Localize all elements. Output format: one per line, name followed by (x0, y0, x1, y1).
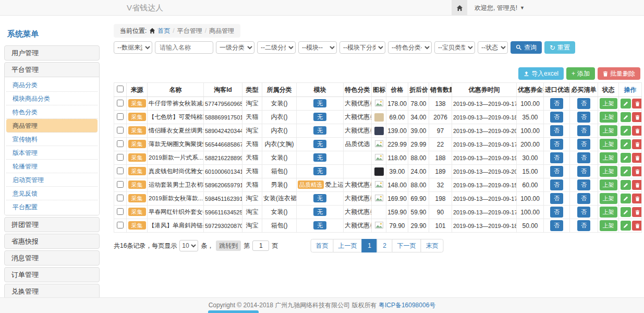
sidebar-item[interactable]: 商品分类 (6, 78, 98, 92)
must-buy-toggle[interactable]: 否 (577, 98, 590, 109)
filter-category-level2[interactable]: --二级分类-- (257, 41, 296, 54)
imported-toggle[interactable]: 否 (550, 179, 563, 190)
sidebar-group[interactable]: 拼团管理 (5, 218, 99, 232)
user-menu[interactable]: 欢迎您, 管理员! ▼ (475, 4, 525, 13)
sidebar-group[interactable]: 订单管理 (5, 268, 99, 282)
must-buy-toggle[interactable]: 否 (577, 166, 590, 177)
status-badge[interactable]: 上架 (600, 125, 617, 136)
product-name-input[interactable] (155, 41, 213, 54)
page-button-2[interactable]: 2 (377, 239, 393, 252)
delete-button[interactable] (632, 194, 642, 203)
sidebar-item[interactable]: 意见反馈 (6, 187, 98, 200)
add-button[interactable]: + 添加 (566, 67, 595, 80)
status-badge[interactable]: 上架 (600, 98, 617, 109)
must-buy-toggle[interactable]: 否 (577, 220, 590, 231)
sidebar-item[interactable]: 商品管理 (6, 119, 98, 133)
delete-button[interactable] (632, 139, 642, 149)
status-badge[interactable]: 上架 (600, 139, 617, 150)
delete-button[interactable] (632, 180, 642, 190)
delete-button[interactable] (632, 207, 642, 217)
row-checkbox[interactable] (117, 195, 124, 201)
imported-toggle[interactable]: 否 (550, 207, 563, 218)
sidebar-group[interactable]: 用户管理 (5, 46, 99, 60)
imported-toggle[interactable]: 否 (550, 125, 563, 136)
prev-page-button[interactable]: 上一页 (333, 239, 362, 252)
jump-page-input[interactable] (252, 240, 269, 251)
row-checkbox[interactable] (117, 181, 124, 188)
row-checkbox[interactable] (117, 140, 124, 147)
must-buy-toggle[interactable]: 否 (577, 139, 590, 150)
status-badge[interactable]: 上架 (600, 166, 617, 177)
delete-button[interactable] (632, 166, 642, 176)
filter-module-sub[interactable]: --模块下分类-- (339, 41, 385, 54)
per-page-select[interactable]: 10 (179, 240, 198, 251)
filter-module[interactable]: --模块-- (298, 41, 337, 54)
must-buy-toggle[interactable]: 否 (577, 152, 590, 163)
select-all-checkbox[interactable] (117, 86, 124, 92)
batch-delete-button[interactable]: 批量删除 (598, 67, 640, 80)
imported-toggle[interactable]: 否 (550, 112, 563, 123)
page-button-1[interactable]: 1 (362, 239, 378, 252)
sidebar-group[interactable]: 兑换管理 (5, 284, 99, 298)
sidebar-item[interactable]: 模块商品分类 (6, 92, 98, 105)
filter-data-source[interactable]: --数据来源-- (114, 41, 152, 54)
search-button[interactable]: 查询 (511, 41, 542, 54)
filter-feature-category[interactable]: --特色分类-- (388, 41, 432, 54)
delete-button[interactable] (632, 153, 642, 163)
must-buy-toggle[interactable]: 否 (577, 125, 590, 136)
import-excel-button[interactable]: 导入excel (518, 67, 564, 80)
edit-button[interactable] (621, 153, 631, 163)
must-buy-toggle[interactable]: 否 (577, 193, 590, 204)
jump-to-button[interactable]: 跳转到 (216, 240, 241, 251)
edit-button[interactable] (621, 207, 631, 217)
sidebar-item[interactable]: 轮播管理 (6, 160, 98, 173)
next-page-button[interactable]: 下一页 (392, 239, 421, 252)
row-checkbox[interactable] (117, 113, 124, 120)
status-badge[interactable]: 上架 (600, 152, 617, 163)
status-badge[interactable]: 上架 (600, 112, 617, 123)
imported-toggle[interactable]: 否 (550, 193, 563, 204)
row-checkbox[interactable] (117, 208, 124, 215)
imported-toggle[interactable]: 否 (550, 152, 563, 163)
sidebar-group[interactable]: 平台管理 (5, 63, 99, 77)
delete-button[interactable] (632, 221, 642, 231)
sidebar-group[interactable]: 省惠快报 (5, 234, 99, 248)
sidebar-item[interactable]: 宣传物料 (6, 133, 98, 146)
edit-button[interactable] (621, 221, 631, 231)
sidebar-item[interactable]: 平台配置 (6, 200, 98, 214)
row-checkbox[interactable] (117, 154, 124, 161)
status-badge[interactable]: 上架 (600, 193, 617, 204)
status-badge[interactable]: 上架 (600, 179, 617, 190)
delete-button[interactable] (632, 126, 642, 136)
last-page-button[interactable]: 末页 (421, 239, 444, 252)
icp-link[interactable]: 粤ICP备16098006号 (379, 302, 435, 309)
delete-button[interactable] (632, 112, 642, 122)
row-checkbox[interactable] (117, 222, 124, 228)
must-buy-toggle[interactable]: 否 (577, 179, 590, 190)
must-buy-toggle[interactable]: 否 (577, 207, 590, 218)
row-checkbox[interactable] (117, 167, 124, 174)
status-badge[interactable]: 上架 (600, 207, 617, 218)
home-button[interactable] (452, 0, 467, 16)
edit-button[interactable] (621, 194, 631, 203)
sidebar-item[interactable]: 特色分类 (6, 105, 98, 119)
edit-button[interactable] (621, 166, 631, 176)
breadcrumb-home-link[interactable]: 首页 (149, 27, 170, 35)
reset-button[interactable]: ↻重置 (544, 41, 575, 54)
imported-toggle[interactable]: 否 (550, 166, 563, 177)
imported-toggle[interactable]: 否 (550, 220, 563, 231)
edit-button[interactable] (621, 180, 631, 190)
status-badge[interactable]: 上架 (600, 220, 617, 231)
edit-button[interactable] (621, 126, 631, 136)
delete-button[interactable] (632, 99, 642, 109)
edit-button[interactable] (621, 99, 631, 109)
filter-item-type[interactable]: --宝贝类型-- (434, 41, 475, 54)
filter-category-level1[interactable]: 一级分类 (216, 41, 254, 54)
first-page-button[interactable]: 首页 (311, 239, 334, 252)
row-checkbox[interactable] (117, 100, 124, 106)
must-buy-toggle[interactable]: 否 (577, 112, 590, 123)
imported-toggle[interactable]: 否 (550, 98, 563, 109)
edit-button[interactable] (621, 112, 631, 122)
sidebar-group[interactable]: 消息管理 (5, 251, 99, 265)
sidebar-item[interactable]: 版本管理 (6, 146, 98, 160)
